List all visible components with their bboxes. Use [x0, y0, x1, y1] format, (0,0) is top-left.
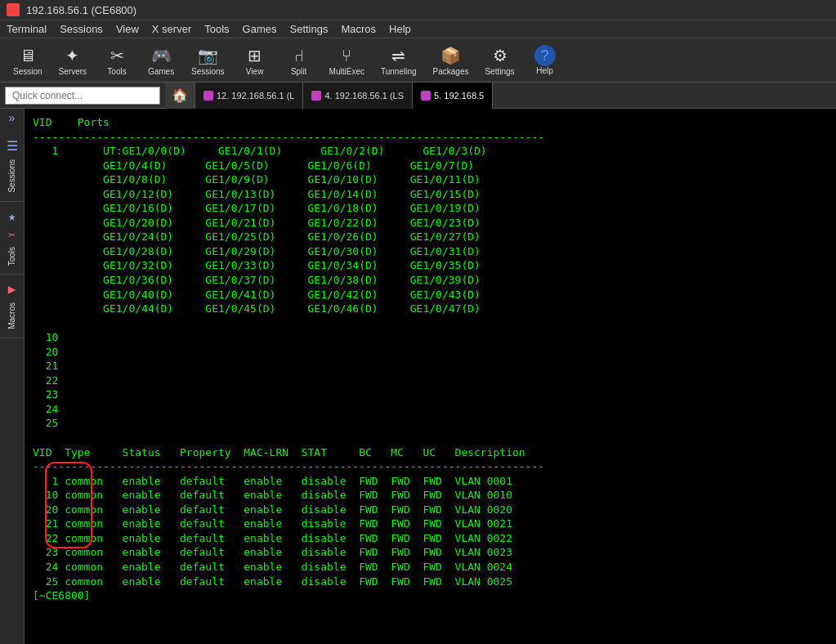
- menu-help[interactable]: Help: [389, 23, 411, 35]
- side-tools-section: ★ ✂ Tools: [0, 202, 24, 275]
- toolbar-games-label: Games: [148, 67, 174, 76]
- tab-3-label: 5. 192.168.5: [434, 91, 484, 101]
- tab-2-indicator: [311, 91, 321, 101]
- side-tools-icon2: ✂: [8, 228, 15, 242]
- menu-games[interactable]: Games: [243, 23, 277, 35]
- toolbar-tunneling-label: Tunneling: [381, 67, 417, 76]
- toolbar-tunneling[interactable]: ⇌ Tunneling: [374, 42, 423, 78]
- side-panel: » ☰ Sessions ★ ✂ Tools ▶ Macros: [0, 109, 25, 644]
- app-icon: [7, 3, 20, 16]
- tab-bar: 🏠 12. 192.168.56.1 (L 4. 192.168.56.1 (L…: [0, 83, 836, 109]
- settings-icon: ⚙: [489, 44, 512, 67]
- side-macros-icon: ▶: [8, 281, 16, 297]
- menu-xserver[interactable]: X server: [152, 23, 191, 35]
- toolbar-sessions[interactable]: 📷 Sessions: [185, 42, 231, 78]
- toolbar-multiexec-label: MultiExec: [329, 67, 364, 76]
- tab-2[interactable]: 4. 192.168.56.1 (LS: [303, 83, 413, 109]
- toolbar-view[interactable]: ⊞ View: [235, 42, 275, 78]
- side-sessions-icon: ☰: [7, 138, 18, 154]
- menu-view[interactable]: View: [116, 23, 139, 35]
- side-macros-section: ▶ Macros: [0, 275, 24, 338]
- multiexec-icon: ⑂: [335, 44, 358, 67]
- sessions-icon: 📷: [196, 44, 219, 67]
- toolbar: 🖥 Session ✦ Servers ✂ Tools 🎮 Games 📷 Se…: [0, 38, 836, 83]
- toolbar-multiexec[interactable]: ⑂ MultiExec: [323, 42, 371, 78]
- toolbar-help[interactable]: ? Help: [525, 42, 566, 78]
- session-icon: 🖥: [16, 44, 39, 67]
- home-icon[interactable]: 🏠: [165, 83, 195, 109]
- help-icon: ?: [534, 45, 556, 66]
- quick-connect-input[interactable]: [5, 87, 160, 105]
- side-expand-icon[interactable]: »: [8, 112, 15, 125]
- title-bar: 192.168.56.1 (CE6800): [0, 0, 836, 20]
- title-text: 192.168.56.1 (CE6800): [26, 4, 136, 16]
- toolbar-settings[interactable]: ⚙ Settings: [478, 42, 521, 78]
- toolbar-split[interactable]: ⑁ Split: [279, 42, 320, 78]
- tab-1[interactable]: 12. 192.168.56.1 (L: [195, 83, 303, 109]
- terminal-content: VID Ports ------------------------------…: [33, 115, 828, 603]
- toolbar-servers-label: Servers: [59, 67, 87, 76]
- menu-macros[interactable]: Macros: [341, 23, 376, 35]
- side-sessions-label[interactable]: Sessions: [7, 159, 16, 193]
- packages-icon: 📦: [439, 44, 462, 67]
- tab-2-label: 4. 192.168.56.1 (LS: [324, 91, 404, 101]
- side-tools-label[interactable]: Tools: [7, 247, 16, 266]
- menu-terminal[interactable]: Terminal: [7, 23, 47, 35]
- toolbar-servers[interactable]: ✦ Servers: [52, 42, 93, 78]
- servers-icon: ✦: [61, 44, 84, 67]
- view-icon: ⊞: [244, 44, 266, 67]
- menu-settings[interactable]: Settings: [290, 23, 329, 35]
- tab-1-indicator: [203, 91, 213, 101]
- side-tools-icon: ★: [8, 208, 16, 225]
- menu-tools[interactable]: Tools: [204, 23, 229, 35]
- toolbar-sessions-label: Sessions: [191, 67, 225, 76]
- toolbar-tools-label: Tools: [107, 67, 126, 76]
- toolbar-packages-label: Packages: [433, 67, 469, 76]
- toolbar-session[interactable]: 🖥 Session: [7, 42, 49, 78]
- toolbar-settings-label: Settings: [485, 67, 514, 76]
- toolbar-session-label: Session: [13, 67, 42, 76]
- toolbar-help-label: Help: [536, 66, 553, 75]
- toolbar-split-label: Split: [291, 67, 306, 76]
- toolbar-games[interactable]: 🎮 Games: [141, 42, 181, 78]
- toolbar-packages[interactable]: 📦 Packages: [427, 42, 476, 78]
- terminal[interactable]: VID Ports ------------------------------…: [25, 109, 836, 644]
- menu-sessions[interactable]: Sessions: [60, 23, 103, 35]
- split-icon: ⑁: [288, 44, 311, 67]
- tab-3-indicator: [421, 91, 431, 101]
- tab-3[interactable]: 5. 192.168.5: [413, 83, 493, 109]
- tools-icon: ✂: [105, 44, 128, 67]
- side-macros-label[interactable]: Macros: [7, 302, 16, 329]
- side-sessions-section: ☰ Sessions: [0, 132, 24, 202]
- toolbar-view-label: View: [246, 67, 264, 76]
- games-icon: 🎮: [150, 44, 172, 67]
- menu-bar: Terminal Sessions View X server Tools Ga…: [0, 20, 836, 38]
- toolbar-tools[interactable]: ✂ Tools: [96, 42, 137, 78]
- tunneling-icon: ⇌: [387, 44, 410, 67]
- main-layout: » ☰ Sessions ★ ✂ Tools ▶ Macros VID Port…: [0, 109, 836, 644]
- tab-1-label: 12. 192.168.56.1 (L: [217, 91, 294, 101]
